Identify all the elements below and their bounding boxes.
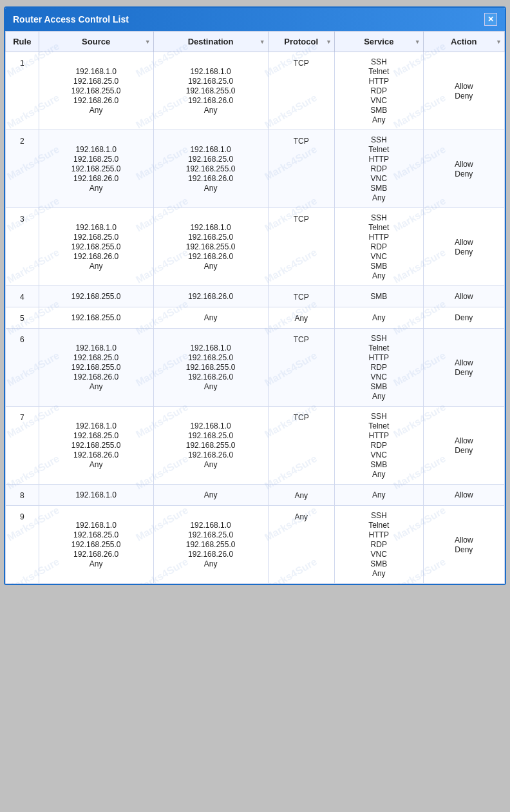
cell-service: SSHTelnetHTTPRDPVNCSMBAny <box>334 130 423 208</box>
cell-rule: 9 <box>6 506 39 584</box>
cell-rule: 7 <box>6 407 39 485</box>
cell-service: SSHTelnetHTTPRDPVNCSMBAny <box>334 329 423 407</box>
cell-protocol: TCP <box>268 286 334 307</box>
acl-table: Rule Source▼ Destination▼ Protocol▼ Serv… <box>5 31 505 584</box>
table-row: 3192.168.1.0192.168.25.0192.168.255.0192… <box>6 208 505 286</box>
cell-rule: 8 <box>6 485 39 506</box>
cell-source: 192.168.255.0 <box>39 286 153 307</box>
cell-destination: 192.168.1.0192.168.25.0192.168.255.0192.… <box>153 52 268 130</box>
cell-destination: 192.168.1.0192.168.25.0192.168.255.0192.… <box>153 130 268 208</box>
cell-action: AllowDeny <box>423 407 504 485</box>
cell-destination: 192.168.26.0 <box>153 286 268 307</box>
cell-destination: 192.168.1.0192.168.25.0192.168.255.0192.… <box>153 329 268 407</box>
cell-protocol: Any <box>268 485 334 506</box>
cell-source: 192.168.255.0 <box>39 307 153 329</box>
cell-action: Deny <box>423 307 504 329</box>
col-header-service: Service▼ <box>334 32 423 52</box>
window-title: Router Access Control List <box>13 14 129 24</box>
cell-protocol: TCP <box>268 208 334 286</box>
close-button[interactable]: ✕ <box>484 13 497 26</box>
cell-rule: 4 <box>6 286 39 307</box>
table-row: 6192.168.1.0192.168.25.0192.168.255.0192… <box>6 329 505 407</box>
cell-source: 192.168.1.0192.168.25.0192.168.255.0192.… <box>39 52 153 130</box>
cell-service: SSHTelnetHTTPRDPVNCSMBAny <box>334 52 423 130</box>
cell-rule: 1 <box>6 52 39 130</box>
cell-source: 192.168.1.0 <box>39 485 153 506</box>
cell-service: SSHTelnetHTTPRDPVNCSMBAny <box>334 208 423 286</box>
cell-source: 192.168.1.0192.168.25.0192.168.255.0192.… <box>39 407 153 485</box>
table-row: 2192.168.1.0192.168.25.0192.168.255.0192… <box>6 130 505 208</box>
cell-rule: 3 <box>6 208 39 286</box>
cell-destination: 192.168.1.0192.168.25.0192.168.255.0192.… <box>153 407 268 485</box>
cell-destination: Any <box>153 485 268 506</box>
col-header-rule: Rule <box>6 32 39 52</box>
cell-destination: 192.168.1.0192.168.25.0192.168.255.0192.… <box>153 208 268 286</box>
col-header-destination: Destination▼ <box>153 32 268 52</box>
cell-protocol: TCP <box>268 52 334 130</box>
cell-action: AllowDeny <box>423 329 504 407</box>
acl-window: Router Access Control List ✕ Marks4SureM… <box>4 6 506 585</box>
cell-service: SMB <box>334 286 423 307</box>
cell-protocol: Any <box>268 506 334 584</box>
cell-destination: 192.168.1.0192.168.25.0192.168.255.0192.… <box>153 506 268 584</box>
cell-service: SSHTelnetHTTPRDPVNCSMBAny <box>334 407 423 485</box>
cell-action: AllowDeny <box>423 506 504 584</box>
cell-service: Any <box>334 485 423 506</box>
cell-action: AllowDeny <box>423 208 504 286</box>
cell-action: Allow <box>423 485 504 506</box>
col-header-source: Source▼ <box>39 32 153 52</box>
title-bar: Router Access Control List ✕ <box>5 8 505 31</box>
table-row: 9192.168.1.0192.168.25.0192.168.255.0192… <box>6 506 505 584</box>
cell-protocol: TCP <box>268 407 334 485</box>
cell-source: 192.168.1.0192.168.25.0192.168.255.0192.… <box>39 208 153 286</box>
cell-action: AllowDeny <box>423 130 504 208</box>
cell-destination: Any <box>153 307 268 329</box>
cell-protocol: Any <box>268 307 334 329</box>
cell-source: 192.168.1.0192.168.25.0192.168.255.0192.… <box>39 329 153 407</box>
table-container: Marks4SureMarks4SureMarks4SureMarks4Sure… <box>5 31 505 584</box>
col-header-action: Action▼ <box>423 32 504 52</box>
cell-action: AllowDeny <box>423 52 504 130</box>
cell-rule: 5 <box>6 307 39 329</box>
table-row: 4192.168.255.0192.168.26.0TCPSMBAllow <box>6 286 505 307</box>
table-row: 5192.168.255.0AnyAnyAnyDeny <box>6 307 505 329</box>
table-row: 7192.168.1.0192.168.25.0192.168.255.0192… <box>6 407 505 485</box>
cell-action: Allow <box>423 286 504 307</box>
cell-source: 192.168.1.0192.168.25.0192.168.255.0192.… <box>39 506 153 584</box>
cell-protocol: TCP <box>268 130 334 208</box>
cell-protocol: TCP <box>268 329 334 407</box>
cell-service: SSHTelnetHTTPRDPVNCSMBAny <box>334 506 423 584</box>
table-row: 8192.168.1.0AnyAnyAnyAllow <box>6 485 505 506</box>
table-row: 1192.168.1.0192.168.25.0192.168.255.0192… <box>6 52 505 130</box>
col-header-protocol: Protocol▼ <box>268 32 334 52</box>
cell-service: Any <box>334 307 423 329</box>
cell-rule: 2 <box>6 130 39 208</box>
cell-rule: 6 <box>6 329 39 407</box>
cell-source: 192.168.1.0192.168.25.0192.168.255.0192.… <box>39 130 153 208</box>
